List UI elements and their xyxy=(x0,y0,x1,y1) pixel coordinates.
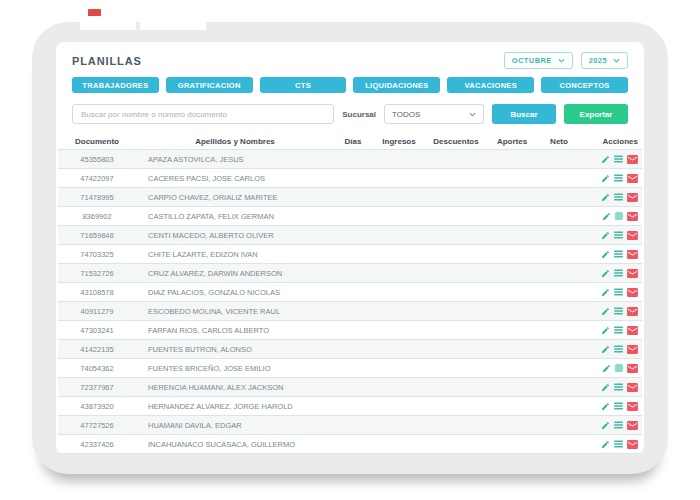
cell-acciones xyxy=(580,250,642,259)
table-row: 8369902 CASTILLO ZAPATA, FELIX GERMAN xyxy=(58,206,642,225)
mail-envelope-icon[interactable] xyxy=(627,155,638,164)
cell-nombres: CARPIO CHAVEZ, ORIALIZ MARITEE xyxy=(136,193,334,202)
mail-envelope-icon[interactable] xyxy=(627,326,638,335)
details-list-icon[interactable] xyxy=(614,421,623,429)
mail-envelope-icon[interactable] xyxy=(627,402,638,411)
cell-acciones xyxy=(580,364,642,373)
cell-nombres: CACERES PACSI, JOSE CARLOS xyxy=(136,174,334,183)
cell-documento: 47422097 xyxy=(58,174,136,183)
edit-pencil-icon[interactable] xyxy=(601,231,610,240)
cell-acciones xyxy=(580,269,642,278)
cell-acciones xyxy=(580,421,642,430)
cell-documento: 74703325 xyxy=(58,250,136,259)
header-documento: Documento xyxy=(58,137,136,146)
chevron-down-icon xyxy=(613,58,620,63)
cell-documento: 74054362 xyxy=(58,364,136,373)
mail-envelope-icon[interactable] xyxy=(627,440,638,449)
mail-envelope-icon[interactable] xyxy=(627,174,638,183)
tab-vacaciones[interactable]: VACACIONES xyxy=(447,77,534,93)
chevron-down-icon xyxy=(558,58,565,63)
cell-acciones xyxy=(580,307,642,316)
edit-pencil-icon[interactable] xyxy=(601,250,610,259)
mail-envelope-icon[interactable] xyxy=(627,307,638,316)
details-list-icon[interactable] xyxy=(614,250,623,258)
tab-liquidaciones[interactable]: LIQUIDACIONES xyxy=(353,77,440,93)
mail-envelope-icon[interactable] xyxy=(627,269,638,278)
edit-pencil-icon[interactable] xyxy=(601,174,610,183)
mail-envelope-icon[interactable] xyxy=(627,383,638,392)
edit-pencil-icon[interactable] xyxy=(601,288,610,297)
mail-envelope-icon[interactable] xyxy=(627,345,638,354)
tab-gratificacion[interactable]: GRATIFICACION xyxy=(166,77,253,93)
details-list-icon[interactable] xyxy=(614,326,623,334)
mail-envelope-icon[interactable] xyxy=(627,193,638,202)
sucursal-label: Sucursal xyxy=(342,110,376,119)
cell-documento: 71478995 xyxy=(58,193,136,202)
table-row: 71659848 CENTI MACEDO, ALBERTO OLIVER xyxy=(58,225,642,244)
details-list-icon[interactable] xyxy=(614,440,623,448)
mail-envelope-icon[interactable] xyxy=(627,364,638,373)
mail-envelope-icon[interactable] xyxy=(627,212,638,221)
cell-documento: 45355803 xyxy=(58,155,136,164)
cell-documento: 41422135 xyxy=(58,345,136,354)
mail-envelope-icon[interactable] xyxy=(627,231,638,240)
edit-pencil-icon[interactable] xyxy=(602,212,611,221)
buscar-button[interactable]: Buscar xyxy=(492,104,556,124)
cell-acciones xyxy=(580,155,642,164)
edit-pencil-icon[interactable] xyxy=(602,364,611,373)
details-list-icon[interactable] xyxy=(614,383,623,391)
browser-tab-shape xyxy=(80,16,136,30)
edit-pencil-icon[interactable] xyxy=(601,421,610,430)
mail-envelope-icon[interactable] xyxy=(627,250,638,259)
details-list-icon[interactable] xyxy=(614,193,623,201)
mail-envelope-icon[interactable] xyxy=(627,421,638,430)
mail-envelope-icon[interactable] xyxy=(627,288,638,297)
cell-documento: 42337426 xyxy=(58,440,136,449)
details-list-icon[interactable] xyxy=(614,345,623,353)
edit-pencil-icon[interactable] xyxy=(601,193,610,202)
cell-nombres: CHITE LAZARTE, EDIZON IVAN xyxy=(136,250,334,259)
details-list-icon[interactable] xyxy=(614,402,623,410)
year-select-value: 2025 xyxy=(589,56,607,65)
table-row: 74703325 CHITE LAZARTE, EDIZON IVAN xyxy=(58,244,642,263)
edit-pencil-icon[interactable] xyxy=(601,440,610,449)
header-aportes: Aportes xyxy=(486,137,538,146)
cell-documento: 43873920 xyxy=(58,402,136,411)
cell-acciones xyxy=(580,288,642,297)
details-filled-icon[interactable] xyxy=(615,212,623,220)
details-list-icon[interactable] xyxy=(614,307,623,315)
edit-pencil-icon[interactable] xyxy=(601,269,610,278)
details-list-icon[interactable] xyxy=(614,155,623,163)
tab-trabajadores[interactable]: TRABAJADORES xyxy=(72,77,159,93)
year-select[interactable]: 2025 xyxy=(581,52,628,69)
cell-nombres: FUENTES BRICEÑO, JOSE EMILIO xyxy=(136,364,334,373)
sucursal-select-value: TODOS xyxy=(392,110,420,119)
cell-acciones xyxy=(580,174,642,183)
edit-pencil-icon[interactable] xyxy=(601,307,610,316)
edit-pencil-icon[interactable] xyxy=(601,345,610,354)
edit-pencil-icon[interactable] xyxy=(601,383,610,392)
details-list-icon[interactable] xyxy=(614,174,623,182)
details-filled-icon[interactable] xyxy=(615,364,623,372)
cell-documento: 71659848 xyxy=(58,231,136,240)
cell-acciones xyxy=(580,440,642,449)
table-row: 47727526 HUAMANI DAVILA, EDGAR xyxy=(58,415,642,434)
edit-pencil-icon[interactable] xyxy=(601,402,610,411)
edit-pencil-icon[interactable] xyxy=(601,326,610,335)
tab-cts[interactable]: CTS xyxy=(260,77,347,93)
tab-conceptos[interactable]: CONCEPTOS xyxy=(541,77,628,93)
header-ingresos: Ingresos xyxy=(372,137,426,146)
exportar-button[interactable]: Exportar xyxy=(564,104,628,124)
cell-nombres: CRUZ ALVAREZ, DARWIN ANDERSON xyxy=(136,269,334,278)
cell-nombres: FARFAN RIOS, CARLOS ALBERTO xyxy=(136,326,334,335)
month-select[interactable]: OCTUBRE xyxy=(504,52,573,69)
details-list-icon[interactable] xyxy=(614,231,623,239)
details-list-icon[interactable] xyxy=(614,288,623,296)
search-input[interactable] xyxy=(72,104,334,124)
cell-documento: 43108578 xyxy=(58,288,136,297)
table-body: 45355803 APAZA ASTOVILCA, JESUS 47422097… xyxy=(58,149,642,454)
sucursal-select[interactable]: TODOS xyxy=(384,104,484,124)
edit-pencil-icon[interactable] xyxy=(601,155,610,164)
payroll-table: Documento Apellidos y Nombres Días Ingre… xyxy=(58,133,642,454)
details-list-icon[interactable] xyxy=(614,269,623,277)
